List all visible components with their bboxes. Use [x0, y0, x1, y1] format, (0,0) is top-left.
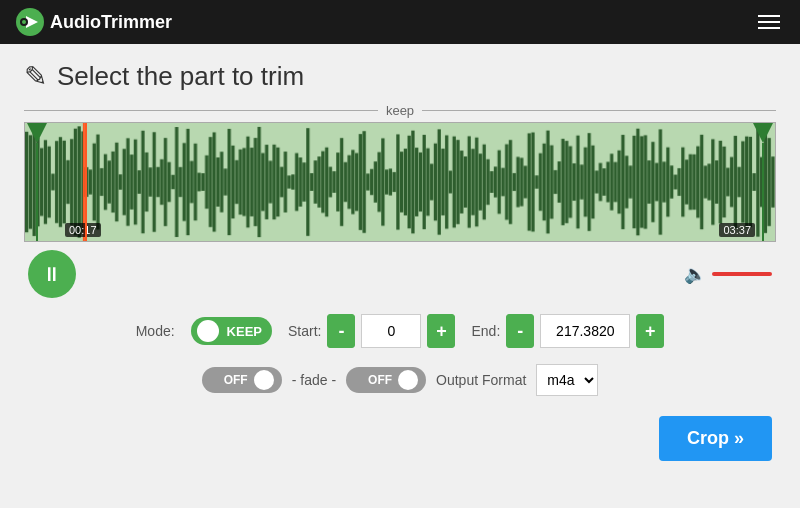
fade-in-label: OFF — [224, 373, 248, 387]
svg-marker-6 — [752, 122, 774, 143]
hamburger-menu[interactable] — [754, 11, 784, 33]
left-handle[interactable] — [26, 122, 48, 143]
volume-icon: 🔈 — [684, 263, 706, 285]
end-input[interactable] — [540, 314, 630, 348]
fade-out-toggle[interactable]: OFF — [346, 367, 426, 393]
controls-row: ⏸ 🔈 — [24, 250, 776, 298]
waveform-container[interactable]: // bars will be drawn by JS below 00:17 — [24, 122, 776, 242]
fade-in-toggle[interactable]: OFF — [202, 367, 282, 393]
playhead — [85, 123, 87, 241]
page-title: Select the part to trim — [57, 61, 304, 92]
start-input[interactable] — [361, 314, 421, 348]
waveform-canvas — [25, 123, 775, 241]
right-handle[interactable] — [752, 122, 774, 143]
keep-label: keep — [378, 103, 422, 118]
crop-button[interactable]: Crop » — [659, 416, 772, 461]
header: AudioTrimmer — [0, 0, 800, 44]
start-minus-button[interactable]: - — [327, 314, 355, 348]
play-pause-button[interactable]: ⏸ — [28, 250, 76, 298]
svg-point-3 — [22, 20, 26, 24]
start-label: Start: — [288, 323, 321, 339]
keep-line-right — [422, 110, 776, 111]
play-pause-icon: ⏸ — [42, 263, 62, 286]
mode-label: Mode: — [136, 323, 175, 339]
end-minus-button[interactable]: - — [506, 314, 534, 348]
mode-toggle-text: KEEP — [227, 324, 262, 339]
time-end: 03:37 — [719, 223, 755, 237]
output-format-label: Output Format — [436, 372, 526, 388]
logo-icon — [16, 8, 44, 36]
format-select[interactable]: m4a mp3 ogg wav flac — [536, 364, 598, 396]
volume-bar[interactable] — [712, 272, 772, 276]
end-plus-button[interactable]: + — [636, 314, 664, 348]
fade-in-knob — [254, 370, 274, 390]
svg-marker-5 — [26, 122, 48, 143]
crop-row: Crop » — [24, 416, 776, 461]
keep-label-row: keep — [24, 103, 776, 118]
volume-area: 🔈 — [684, 263, 772, 285]
fade-out-knob — [398, 370, 418, 390]
logo-text: AudioTrimmer — [50, 12, 172, 33]
settings-row: Mode: KEEP Start: - + End: - + — [24, 314, 776, 348]
end-field-group: End: - + — [471, 314, 664, 348]
edit-icon: ✎ — [24, 60, 47, 93]
mode-toggle-knob — [197, 320, 219, 342]
fade-row: OFF - fade - OFF Output Format m4a mp3 o… — [24, 364, 776, 396]
start-field-group: Start: - + — [288, 314, 455, 348]
main-content: ✎ Select the part to trim keep // bars w… — [0, 44, 800, 477]
keep-line-left — [24, 110, 378, 111]
fade-out-label: OFF — [368, 373, 392, 387]
title-row: ✎ Select the part to trim — [24, 60, 776, 93]
time-start: 00:17 — [65, 223, 101, 237]
end-label: End: — [471, 323, 500, 339]
logo-area: AudioTrimmer — [16, 8, 172, 36]
mode-toggle[interactable]: KEEP — [191, 317, 272, 345]
fade-separator: - fade - — [292, 372, 336, 388]
start-plus-button[interactable]: + — [427, 314, 455, 348]
